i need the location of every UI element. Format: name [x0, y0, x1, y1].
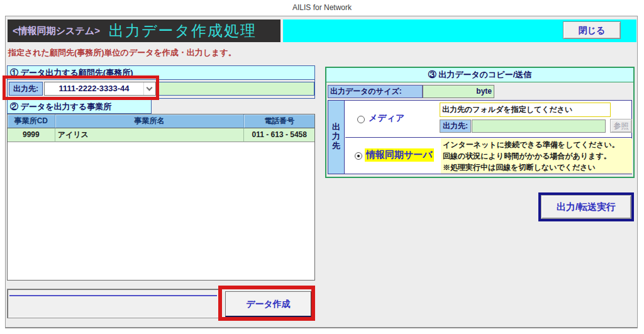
execute-transfer-button[interactable]: 出力/転送実行	[538, 192, 634, 221]
panel1-row: 出力先: 1111-2222-3333-44	[8, 80, 314, 98]
office-table-row[interactable]: 9999 アイリス 011 - 613 - 5458	[8, 128, 314, 142]
progress-box	[7, 289, 219, 318]
radio-server-label[interactable]: 情報同期サーバ	[365, 148, 434, 162]
col-office-name: 事業所名	[55, 114, 245, 128]
system-banner: <情報同期システム> 出力データ作成処理	[8, 19, 280, 42]
browse-button[interactable]: 参照	[610, 119, 632, 133]
create-data-button[interactable]: データ作成	[225, 291, 311, 317]
radio-media-label[interactable]: メディア	[369, 113, 404, 124]
progress-line	[9, 295, 217, 296]
radio-media-icon[interactable]	[357, 116, 365, 123]
col-phone: 電話番号	[244, 114, 314, 128]
col-office-cd: 事業所CD	[8, 114, 55, 128]
client-name-field	[157, 82, 314, 96]
dest-combobox-value: 1111-2222-3333-44	[45, 82, 143, 95]
dest-combobox[interactable]: 1111-2222-3333-44	[44, 82, 156, 96]
app-title: AILIS for Network	[0, 3, 644, 12]
folder-hint: 出力先のフォルダを指定してください	[440, 103, 611, 117]
server-note-line1: インターネットに接続できる準備をしてください。	[443, 139, 630, 150]
dest-group: 出力先 メディア 出力先のフォルダを指定してください 出力先: 参照 情報同期サ…	[328, 100, 632, 174]
dest-group-label: 出力先	[328, 101, 345, 174]
close-button[interactable]: 閉じる	[563, 21, 621, 39]
panel2-title: ② データを出力する事業所	[7, 99, 152, 114]
cell-phone: 011 - 613 - 5458	[244, 128, 314, 142]
execute-transfer-label: 出力/転送実行	[541, 195, 631, 219]
size-label: 出力データのサイズ:	[328, 85, 423, 98]
server-note-line2: 回線の状況により時間がかかる場合があります。	[443, 150, 630, 162]
cell-office-name: アイリス	[55, 128, 245, 142]
server-note: インターネットに接続できる準備をしてください。 回線の状況により時間がかかる場合…	[441, 138, 632, 174]
panel-output-copy: ③ 出力データのコピー/送信 出力データのサイズ: byte 出力先 メディア …	[325, 67, 635, 178]
media-dest-label: 出力先:	[440, 120, 471, 133]
media-option-row: メディア 出力先のフォルダを指定してください 出力先: 参照	[345, 101, 632, 138]
dest-label: 出力先:	[9, 82, 43, 96]
office-table: 事業所CD 事業所名 電話番号 9999 アイリス 011 - 613 - 54…	[7, 114, 315, 281]
panel1-title: ① データ出力する顧問先(事務所)	[8, 66, 314, 80]
system-name-label: <情報同期システム>	[13, 25, 100, 37]
panel3-title: ③ 出力データのコピー/送信	[326, 68, 633, 82]
panel-client-select: ① データ出力する顧問先(事務所) 出力先: 1111-2222-3333-44	[7, 65, 315, 99]
server-option-row: 情報同期サーバ インターネットに接続できる準備をしてください。 回線の状況により…	[345, 138, 632, 174]
media-dest-field[interactable]	[472, 120, 606, 133]
screen-title: 出力データ作成処理	[109, 21, 257, 41]
server-note-line3: ※処理実行中は回線を切断しないでください	[443, 162, 630, 173]
radio-server-icon[interactable]	[355, 152, 362, 160]
size-field: byte	[423, 85, 494, 98]
cell-office-cd: 9999	[8, 128, 55, 142]
office-table-header: 事業所CD 事業所名 電話番号	[8, 114, 314, 128]
chevron-down-icon[interactable]	[143, 82, 155, 95]
main-window: <情報同期システム> 出力データ作成処理 閉じる 指定された顧問先(事務所)単位…	[5, 16, 638, 328]
instruction-text: 指定された顧問先(事務所)単位のデータを作成・出力します。	[8, 47, 236, 58]
